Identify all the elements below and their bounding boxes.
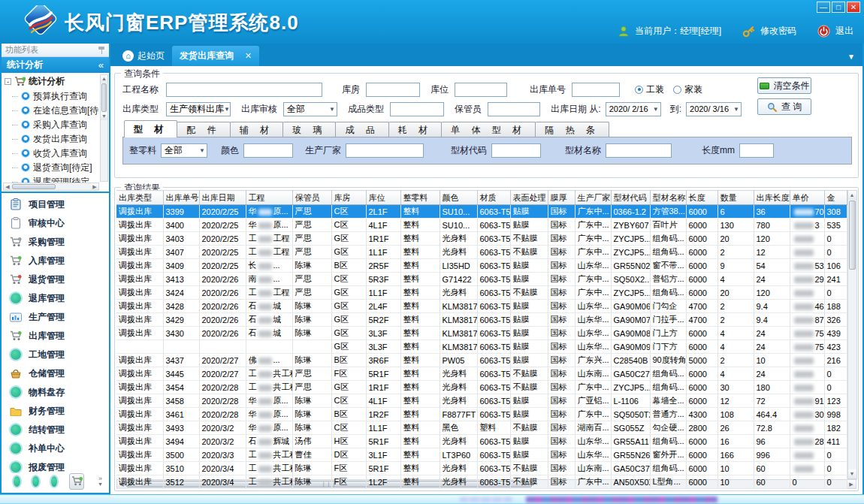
column-header-5[interactable]: 库房 (331, 191, 366, 205)
sidebar-item-1[interactable]: 审核中心 (2, 214, 109, 233)
more-button[interactable]: » ▼ (98, 475, 103, 487)
close-button[interactable]: ✕ (847, 2, 860, 13)
maximize-button[interactable]: □ (832, 2, 845, 13)
sidebar-item-0[interactable]: 项目管理 (2, 195, 109, 214)
sidebar-item-6[interactable]: 生产管理 (2, 308, 109, 327)
material-tab-4[interactable]: 成 品 (335, 122, 388, 137)
radio-workwear[interactable]: 工装 (635, 83, 664, 96)
whole-part-select[interactable]: 全部▼ (161, 143, 207, 158)
column-header-14[interactable]: 型材名称 (650, 191, 686, 205)
table-row-6[interactable]: 调拨出库34242020/2/26工工程严思G区1L1F整料光身料6063-T5… (116, 286, 847, 300)
audit-select[interactable]: 全部▼ (283, 102, 337, 116)
material-tab-1[interactable]: 配 件 (177, 122, 230, 137)
tree-root-node[interactable]: - 统计分析 (5, 74, 98, 89)
sidebar-item-2[interactable]: 采购管理 (2, 233, 109, 252)
table-row-0[interactable]: 调拨出库33992020/2/25华原...严思C区2L1F整料SU10...6… (116, 205, 847, 219)
table-row-1[interactable]: 调拨出库34002020/2/25华原...严思C区4L1F整料SU10...6… (116, 219, 847, 232)
table-vertical-scrollbar[interactable]: ▲ ▼ (847, 190, 857, 479)
scroll-up-icon[interactable]: ▲ (848, 191, 856, 200)
sidebar-tree-item-2[interactable]: 采购入库查询 (5, 118, 98, 132)
collapse-icon[interactable]: « (98, 59, 104, 71)
sidebar-section-header[interactable]: 统计分析 « (2, 57, 109, 73)
date-to-select[interactable]: 2020/ 3/16▼ (686, 102, 742, 116)
table-row-18[interactable]: 调拨出库35002020/3/3工共工程曹佳D区3L1F整料LT3P606063… (116, 448, 847, 462)
tree-vertical-scrollbar[interactable]: ▲ ▼ (100, 74, 108, 182)
search-button[interactable]: 查 询 (757, 98, 811, 115)
profile-name-input[interactable] (606, 143, 672, 158)
material-tab-3[interactable]: 玻 璃 (282, 122, 336, 137)
table-row-3[interactable]: 调拨出库34072020/2/25工工程严思G区1L1F整料光身料6063-T5… (116, 246, 847, 259)
pin-icon[interactable] (98, 46, 105, 54)
sidebar-tree-item-5[interactable]: 退货查询[待定] (5, 161, 98, 175)
sidebar-tree-item-1[interactable]: 在途信息查询[待 (5, 104, 98, 118)
column-header-9[interactable]: 材质 (477, 191, 510, 205)
table-row-14[interactable]: 调拨出库34582020/2/28华原...陈琳C区4L1F整料光身料6063-… (116, 394, 847, 408)
scroll-up-icon[interactable]: ▲ (101, 75, 107, 83)
tab-close-icon[interactable]: ✕ (245, 51, 252, 61)
column-header-0[interactable]: 出库类型 (116, 191, 163, 205)
circle-icon[interactable] (14, 476, 20, 487)
sidebar-tree-item-3[interactable]: 发货出库查询 (5, 132, 98, 146)
material-tab-7[interactable]: 隔 热 条 (535, 122, 609, 137)
table-row-15[interactable]: 调拨出库34612020/2/28华原...陈琳B区1R2F整料F8877FT6… (116, 408, 847, 421)
sidebar-item-3[interactable]: 入库管理 (2, 252, 109, 270)
table-row-12[interactable]: 调拨出库34452020/2/27工共工程严思F区5R1F整料光身料6063-T… (116, 367, 847, 381)
circle-icon[interactable] (51, 476, 58, 487)
column-header-18[interactable]: 单价 (790, 191, 824, 205)
sidebar-item-7[interactable]: 出库管理 (2, 327, 109, 346)
scroll-right-icon[interactable]: ▶ (847, 480, 856, 488)
scroll-thumb[interactable] (101, 83, 107, 112)
tree-horizontal-scrollbar[interactable]: ◀ ▶ (3, 183, 99, 191)
scroll-down-icon[interactable]: ▼ (848, 469, 856, 478)
table-row-9[interactable]: 调拨出库34302020/2/26石城陈琳G区3L3F整料KLM38176063… (116, 327, 847, 340)
table-row-19[interactable]: 调拨出库35102020/3/4工共工程陈琳F区5R1F整料光身料6063-T5… (116, 462, 847, 475)
table-row-11[interactable]: 调拨出库34372020/2/27佛...陈琳B区3R6F整料PW056063-… (116, 354, 847, 367)
length-input[interactable] (739, 143, 774, 158)
material-tab-0[interactable]: 型 材 (124, 120, 177, 137)
column-header-19[interactable]: 金 (824, 191, 847, 205)
column-header-3[interactable]: 工程 (246, 191, 292, 205)
column-header-8[interactable]: 颜色 (440, 191, 477, 205)
color-input[interactable] (243, 143, 293, 158)
date-from-select[interactable]: 2020/ 2/16▼ (606, 102, 661, 116)
warehouse-input[interactable] (366, 83, 420, 97)
clear-conditions-button[interactable]: 清空条件 (757, 77, 811, 94)
column-header-16[interactable]: 数量 (717, 191, 754, 205)
scroll-down-icon[interactable]: ▼ (101, 113, 107, 120)
material-tab-5[interactable]: 耗 材 (388, 122, 442, 137)
table-row-8[interactable]: 调拨出库34292020/2/26石城陈琳G区5R2F整料KLM38176063… (116, 313, 847, 327)
tab-list-dropdown-icon[interactable]: ▼ (847, 53, 855, 61)
sidebar-item-5[interactable]: 退库管理 (2, 289, 109, 308)
keeper-input[interactable] (488, 102, 540, 116)
column-header-15[interactable]: 长度 (686, 191, 717, 205)
cart-shortcut-button[interactable] (69, 473, 84, 490)
sidebar-item-10[interactable]: 物料盘存 (2, 383, 109, 402)
tree-expander-icon[interactable]: - (5, 78, 11, 85)
sidebar-item-14[interactable]: 报废管理 (2, 458, 109, 473)
sidebar-item-8[interactable]: 工地管理 (2, 346, 109, 364)
product-type-input[interactable] (390, 102, 444, 116)
tab-home[interactable]: ⌂ 起始页 (115, 46, 172, 66)
table-row-20[interactable]: 调拨出库35122020/3/4工共工程陈琳F区1L2F整料光身料6063-T5… (116, 475, 847, 489)
table-row-10[interactable]: G区3L3F整料KLM38176063-T5贴膜国标山东华...GA90M09.… (116, 340, 847, 354)
column-header-1[interactable]: 出库单号 (163, 191, 199, 205)
column-header-2[interactable]: 出库日期 (199, 191, 246, 205)
change-password-link[interactable]: 修改密码 (760, 25, 796, 38)
table-row-5[interactable]: 调拨出库34132020/2/26南...严思C区5R3F整料G71422606… (116, 273, 847, 286)
column-header-6[interactable]: 库位 (366, 191, 400, 205)
scroll-left-icon[interactable]: ◀ (4, 183, 11, 190)
table-row-16[interactable]: 调拨出库34932020/3/2华原...陈琳C区1L1F整料黑色塑料不贴膜国标… (116, 421, 847, 435)
sidebar-item-12[interactable]: 结转管理 (2, 421, 109, 439)
minimize-button[interactable]: — (817, 2, 830, 13)
column-header-10[interactable]: 表面处理 (510, 191, 548, 205)
material-tab-6[interactable]: 单 体 型 材 (441, 122, 536, 137)
order-no-input[interactable] (572, 83, 620, 97)
manufacturer-input[interactable] (346, 143, 424, 158)
sidebar-tree-item-0[interactable]: 预算执行查询 (5, 89, 98, 104)
table-row-13[interactable]: 调拨出库34542020/2/28工共工程严思G区1R1F整料光身料6063-T… (116, 381, 847, 394)
sidebar-item-11[interactable]: 财务管理 (2, 402, 109, 421)
radio-home[interactable]: 家装 (673, 83, 702, 96)
table-row-4[interactable]: 调拨出库34092020/2/25长...陈琳B区2R5F整料LI35HD606… (116, 259, 847, 273)
sidebar-tree-item-4[interactable]: 收货入库查询 (5, 146, 98, 161)
column-header-11[interactable]: 膜厚 (548, 191, 575, 205)
